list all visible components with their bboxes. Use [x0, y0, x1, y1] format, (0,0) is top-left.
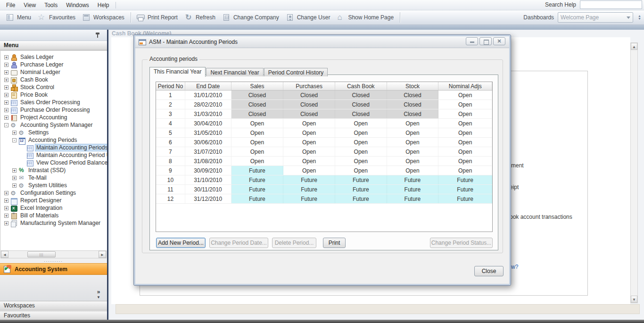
tree-item-nominal-ledger[interactable]: +Nominal Ledger: [0, 68, 107, 76]
table-row[interactable]: 1031/10/2010FutureFutureFutureFutureFutu…: [156, 175, 492, 185]
configure-buttons-chevron[interactable]: »▼: [97, 290, 100, 300]
expand-icon[interactable]: +: [4, 214, 8, 218]
table-row[interactable]: 430/04/2010OpenOpenOpenOpenOpen: [156, 119, 492, 128]
menu-item-view[interactable]: View: [19, 1, 40, 9]
search-help-input[interactable]: [580, 0, 642, 9]
cell-end-date[interactable]: 30/04/2010: [185, 119, 231, 128]
cell-status[interactable]: Closed: [387, 100, 439, 109]
table-row[interactable]: 831/08/2010OpenOpenOpenOpenOpen: [156, 157, 492, 166]
toolbar-button-favourites[interactable]: Favourites: [35, 12, 79, 23]
cell-status[interactable]: Future: [231, 166, 284, 175]
cell-status[interactable]: Open: [387, 147, 439, 156]
menu-item-file[interactable]: File: [2, 1, 19, 9]
cell-period-no[interactable]: 1: [156, 91, 185, 99]
table-row[interactable]: 1231/12/2010FutureFutureFutureFutureFutu…: [156, 194, 492, 204]
cell-status[interactable]: Future: [335, 194, 387, 203]
collapse-icon[interactable]: -: [4, 123, 8, 127]
scroll-down-icon[interactable]: ▼: [631, 296, 637, 303]
expand-icon[interactable]: +: [4, 55, 8, 59]
cell-status[interactable]: Open: [438, 147, 492, 156]
cell-status[interactable]: Open: [438, 91, 492, 99]
cell-status[interactable]: Open: [387, 119, 439, 128]
table-row[interactable]: 630/06/2010OpenOpenOpenOpenOpen: [156, 138, 492, 147]
cell-status[interactable]: Open: [438, 138, 492, 147]
column-header-period-no[interactable]: Period No: [156, 82, 185, 90]
close-icon[interactable]: ✕: [493, 37, 505, 45]
column-header-nominal-adjs[interactable]: Nominal Adjs: [438, 82, 492, 90]
minimize-icon[interactable]: [466, 37, 478, 45]
scroll-left-icon[interactable]: ◄: [1, 251, 8, 258]
cell-status[interactable]: Open: [438, 100, 492, 109]
sidebar-module-accounting-system[interactable]: Accounting System: [0, 263, 107, 275]
expand-icon[interactable]: +: [4, 78, 8, 82]
cell-status[interactable]: Open: [231, 119, 284, 128]
cell-status[interactable]: Future: [283, 185, 335, 194]
tree-item-configuration-settings[interactable]: +Configuration Settings: [0, 189, 107, 197]
table-row[interactable]: 1130/11/2010FutureFutureFutureFutureFutu…: [156, 185, 492, 194]
cell-end-date[interactable]: 28/02/2010: [185, 100, 231, 109]
maximize-icon[interactable]: [479, 37, 492, 45]
tree-item-price-book[interactable]: +Price Book: [0, 91, 107, 99]
cell-status[interactable]: Closed: [335, 100, 387, 109]
tree-item-sales-ledger[interactable]: +Sales Ledger: [0, 53, 107, 61]
expand-icon[interactable]: +: [4, 191, 8, 195]
tree-item-sales-order-processing[interactable]: +Sales Order Processing: [0, 99, 107, 106]
cell-status[interactable]: Future: [438, 175, 492, 184]
expand-icon[interactable]: +: [4, 63, 8, 67]
table-row[interactable]: 331/03/2010ClosedClosedClosedClosedOpen: [156, 109, 492, 119]
cell-status[interactable]: Future: [438, 194, 492, 203]
cell-status[interactable]: Open: [335, 138, 387, 147]
cell-status[interactable]: Open: [438, 109, 492, 118]
pin-icon[interactable]: [95, 32, 100, 39]
toolbar-button-change-company[interactable]: Change Company: [219, 12, 283, 23]
cell-status[interactable]: Open: [335, 128, 387, 137]
cell-end-date[interactable]: 31/05/2010: [185, 128, 231, 137]
column-header-cash-book[interactable]: Cash Book: [335, 82, 387, 90]
tree-item-view-closed-period-balances[interactable]: +View Closed Period Balances: [0, 159, 107, 166]
cell-status[interactable]: Closed: [231, 109, 284, 118]
close-button[interactable]: Close: [474, 266, 504, 276]
expand-icon[interactable]: +: [12, 131, 17, 135]
table-row[interactable]: 731/07/2010OpenOpenOpenOpenOpen: [156, 147, 492, 157]
toolbar-button-workspaces[interactable]: Workspaces: [79, 12, 128, 23]
cell-end-date[interactable]: 30/09/2010: [185, 166, 231, 175]
cell-status[interactable]: Future: [387, 185, 439, 194]
table-row[interactable]: 930/09/2010FutureOpenOpenOpenOpen: [156, 166, 492, 175]
tree-item-intrastat-ssd-[interactable]: +Intrastat (SSD): [0, 166, 107, 174]
splitter-handle[interactable]: .........: [0, 259, 107, 263]
cell-status[interactable]: Open: [231, 147, 284, 156]
cell-end-date[interactable]: 31/07/2010: [185, 147, 231, 156]
cell-status[interactable]: Open: [387, 166, 439, 175]
tree-item-purchase-ledger[interactable]: +Purchase Ledger: [0, 61, 107, 68]
tab-period-control-history[interactable]: Period Control History: [264, 68, 328, 76]
expand-icon[interactable]: +: [12, 176, 17, 180]
cell-status[interactable]: Future: [231, 175, 284, 184]
tree-item-maintain-accounting-period-u[interactable]: +Maintain Accounting Period U: [0, 151, 107, 159]
fragment-link[interactable]: w?: [511, 264, 518, 270]
dialog-titlebar[interactable]: ASM - Maintain Accounting Periods ✕: [135, 36, 509, 48]
tree-item-te-mail[interactable]: +Te-Mail: [0, 174, 107, 182]
expand-icon[interactable]: +: [4, 221, 8, 225]
menu-item-tools[interactable]: Tools: [40, 1, 62, 9]
tree-item-bill-of-materials[interactable]: +Bill of Materials: [0, 212, 107, 219]
cell-status[interactable]: Closed: [387, 91, 439, 99]
cell-status[interactable]: Future: [283, 175, 335, 184]
cell-status[interactable]: Open: [283, 138, 335, 147]
cell-status[interactable]: Closed: [231, 91, 284, 99]
cell-status[interactable]: Future: [335, 175, 387, 184]
tree-item-stock-control[interactable]: +Stock Control: [0, 83, 107, 91]
cell-status[interactable]: Open: [438, 128, 492, 137]
cell-period-no[interactable]: 12: [156, 194, 185, 203]
tab-this-financial-year[interactable]: This Financial Year: [149, 67, 206, 77]
cell-status[interactable]: Future: [231, 194, 284, 203]
sidebar-item-favourites[interactable]: Favourites: [0, 311, 107, 320]
tree-item-report-designer[interactable]: +Report Designer: [0, 197, 107, 204]
scrollbar-thumb[interactable]: |||: [27, 251, 56, 257]
tree-item-excel-integration[interactable]: +Excel Integration: [0, 204, 107, 212]
cell-end-date[interactable]: 30/11/2010: [185, 185, 231, 194]
cell-status[interactable]: Closed: [335, 91, 387, 99]
cell-period-no[interactable]: 7: [156, 147, 185, 156]
cell-status[interactable]: Future: [335, 185, 387, 194]
add-new-period-button[interactable]: Add New Period...: [156, 238, 206, 248]
cell-status[interactable]: Open: [387, 128, 439, 137]
